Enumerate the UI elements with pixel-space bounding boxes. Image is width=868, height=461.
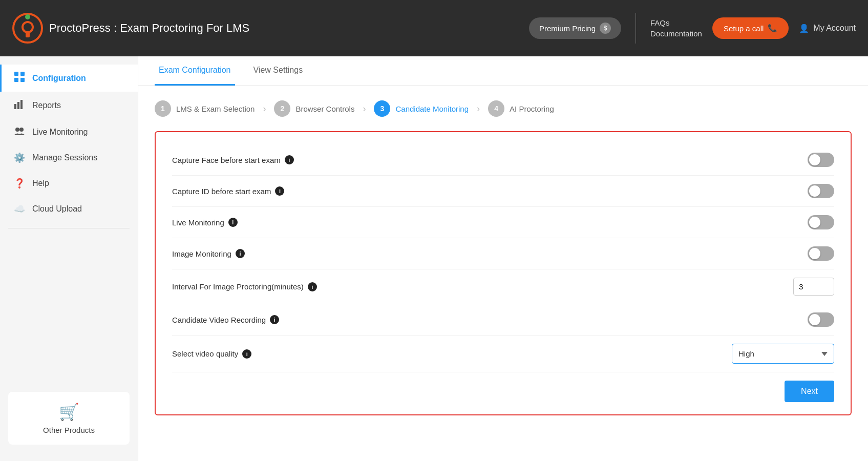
svg-rect-10 [20,100,23,109]
form-actions: Next [172,372,834,404]
capture-id-toggle[interactable] [808,184,834,198]
live-monitoring-label: Live Monitoring i [172,218,238,227]
my-account[interactable]: 👤 My Account [799,24,856,33]
next-label: Next [801,387,818,395]
sidebar-item-help[interactable]: ❓ Help [0,171,138,196]
capture-id-thumb [809,185,820,197]
sidebar-other-products[interactable]: 🛒 Other Products [8,392,130,445]
interval-info-icon[interactable]: i [308,282,317,291]
main-layout: Configuration Reports Live Monitoring ⚙️… [0,56,868,461]
step-1: 1 LMS & Exam Selection [155,100,255,117]
premium-pricing-button[interactable]: Premium Pricing $ [529,17,621,39]
video-recording-info-icon[interactable]: i [270,315,279,324]
capture-face-row: Capture Face before start exam i [172,144,834,176]
interval-label: Interval For Image Proctoring(minutes) i [172,282,317,291]
video-recording-row: Candidate Video Recording i [172,304,834,336]
app-title: ProctoPress : Exam Proctoring For LMS [49,22,249,35]
svg-point-12 [19,128,24,132]
step-arrow-2: › [363,103,366,114]
setup-call-button[interactable]: Setup a call 📞 [712,17,789,39]
sidebar: Configuration Reports Live Monitoring ⚙️… [0,56,138,461]
header-divider [636,13,636,44]
sidebar-item-label-manage-sessions: Manage Sessions [32,153,97,162]
my-account-label: My Account [813,24,856,33]
premium-pricing-label: Premium Pricing [539,24,596,33]
live-monitoring-text: Live Monitoring [172,218,224,227]
tab-exam-config-label: Exam Configuration [159,66,231,74]
user-icon: 👤 [799,24,809,33]
live-monitoring-info-icon[interactable]: i [228,218,238,227]
sidebar-item-live-monitoring[interactable]: Live Monitoring [0,119,138,145]
documentation-link[interactable]: Documentation [650,29,702,38]
svg-rect-9 [17,102,19,109]
step-1-label: LMS & Exam Selection [176,104,255,113]
step-arrow-1: › [263,103,266,114]
video-quality-select[interactable]: Low Medium High [732,344,834,364]
step-4-circle: 4 [488,100,504,117]
manage-sessions-icon: ⚙️ [14,152,25,163]
sidebar-item-configuration[interactable]: Configuration [0,65,138,92]
dollar-icon: $ [600,23,611,34]
image-monitoring-thumb [809,248,820,259]
capture-face-toggle[interactable] [808,153,834,167]
tab-view-settings[interactable]: View Settings [249,56,307,86]
interval-row: Interval For Image Proctoring(minutes) i [172,269,834,304]
sidebar-item-cloud-upload[interactable]: ☁️ Cloud Upload [0,196,138,222]
sidebar-divider [8,228,130,228]
video-recording-toggle[interactable] [808,312,834,327]
video-quality-label: Select video quality i [172,349,251,359]
svg-rect-7 [20,78,25,82]
step-2-label: Browser Controls [295,104,354,113]
image-monitoring-toggle[interactable] [808,246,834,261]
phone-icon: 📞 [768,24,777,33]
capture-face-text: Capture Face before start exam [172,156,281,164]
svg-rect-4 [14,72,18,76]
sidebar-item-label-configuration: Configuration [32,74,86,83]
step-3-label: Candidate Monitoring [395,104,469,113]
cart-icon: 🛒 [18,402,119,422]
image-monitoring-text: Image Monitoring [172,249,231,258]
logo-icon [12,13,43,44]
configuration-icon [14,72,25,85]
tabs-bar: Exam Configuration View Settings [138,56,868,86]
stepper: 1 LMS & Exam Selection › 2 Browser Contr… [138,86,868,127]
faqs-link[interactable]: FAQs [650,18,702,27]
other-products-label: Other Products [18,426,119,434]
sidebar-item-manage-sessions[interactable]: ⚙️ Manage Sessions [0,145,138,171]
step-4: 4 AI Proctoring [488,100,554,117]
capture-id-label: Capture ID before start exam i [172,186,284,196]
svg-rect-6 [14,78,18,82]
help-icon: ❓ [14,178,25,189]
live-monitoring-toggle[interactable] [808,215,834,229]
step-2-circle: 2 [274,100,290,117]
svg-rect-2 [26,31,30,37]
svg-point-11 [15,128,19,132]
capture-face-info-icon[interactable]: i [285,155,294,164]
sidebar-item-label-help: Help [32,179,49,188]
svg-rect-5 [20,72,25,76]
tab-view-settings-label: View Settings [253,66,303,74]
image-monitoring-info-icon[interactable]: i [236,249,245,258]
capture-face-thumb [809,154,820,165]
capture-id-track [808,184,834,198]
next-button[interactable]: Next [785,381,834,402]
capture-id-text: Capture ID before start exam [172,187,271,196]
setup-call-label: Setup a call [724,24,764,33]
sidebar-item-reports[interactable]: Reports [0,92,138,119]
tab-exam-configuration[interactable]: Exam Configuration [155,56,235,86]
step-arrow-3: › [477,103,480,114]
form-panel: Capture Face before start exam i Capture… [155,131,852,415]
video-quality-info-icon[interactable]: i [242,349,251,359]
header-nav: FAQs Documentation [650,18,702,38]
interval-text: Interval For Image Proctoring(minutes) [172,282,304,291]
video-recording-track [808,312,834,327]
capture-face-track [808,153,834,167]
step-2: 2 Browser Controls [274,100,354,117]
video-quality-text: Select video quality [172,349,238,358]
capture-face-label: Capture Face before start exam i [172,155,294,164]
live-monitoring-thumb [809,217,820,228]
step-3: 3 Candidate Monitoring [374,100,469,117]
image-monitoring-label: Image Monitoring i [172,249,245,258]
capture-id-info-icon[interactable]: i [275,186,284,196]
interval-input[interactable] [793,278,834,296]
